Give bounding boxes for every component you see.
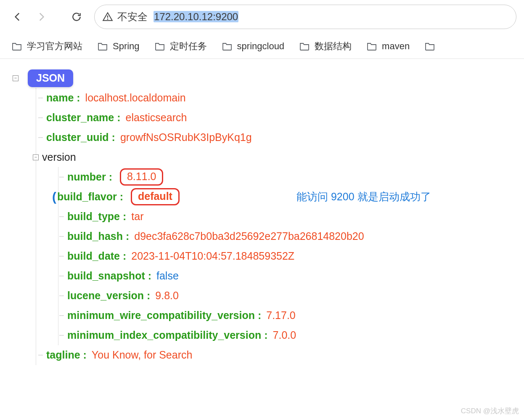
json-badge: JSON <box>28 69 73 87</box>
tree-tick-icon: ┈ <box>55 252 67 261</box>
folder-icon <box>299 42 310 51</box>
svg-point-1 <box>107 19 109 20</box>
json-root-row: − JSON <box>13 68 524 88</box>
json-row-tagline: ┈ tagline You Know, for Search <box>34 345 524 365</box>
folder-icon <box>12 42 22 51</box>
json-value: 8.11.0 <box>127 170 156 183</box>
json-key: build_snapshot <box>67 270 151 282</box>
json-key: build_type <box>67 210 126 223</box>
json-value: d9ec3fa628c7b0ba3d25692e277ba26814820b20 <box>134 230 364 242</box>
reload-button[interactable] <box>66 7 87 27</box>
bookmark-item[interactable]: 定时任务 <box>155 40 207 53</box>
bookmark-item[interactable]: maven <box>367 41 410 52</box>
folder-icon <box>222 42 232 51</box>
bookmark-label: springcloud <box>237 41 285 52</box>
json-viewer: − JSON ┈ name localhost.localdomain ┈ cl… <box>0 59 524 365</box>
bookmark-item[interactable]: springcloud <box>222 41 285 52</box>
json-value: growfNsOSRubK3IpByKq1g <box>120 131 252 144</box>
bookmark-label: Spring <box>113 41 140 52</box>
tree-tick-icon: ┈ <box>55 173 67 182</box>
collapse-icon[interactable]: − <box>13 75 19 81</box>
json-row-version: − version <box>34 147 524 167</box>
bookmark-label: 定时任务 <box>170 40 207 53</box>
collapse-icon[interactable]: − <box>33 154 39 160</box>
json-row-lucene-version: ┈ lucene_version 9.8.0 <box>55 286 524 306</box>
json-object-key: version <box>42 151 76 163</box>
security-label: 不安全 <box>117 10 148 24</box>
back-button[interactable] <box>8 7 28 27</box>
highlight-box: 8.11.0 <box>120 168 164 186</box>
url-text: 172.20.10.12:9200 <box>153 11 238 23</box>
tree-tick-icon: ┈ <box>34 133 46 142</box>
tree-tick-icon: ┈ <box>34 351 46 360</box>
json-key: minimum_index_compatibility_version <box>67 329 268 341</box>
json-row-min-index: ┈ minimum_index_compatibility_version 7.… <box>55 325 524 345</box>
json-value: elasticsearch <box>125 112 187 124</box>
json-value: localhost.localdomain <box>85 92 186 104</box>
json-row-build-snapshot: ┈ build_snapshot false <box>55 266 524 286</box>
json-row-min-wire: ┈ minimum_wire_compatibility_version 7.1… <box>55 306 524 325</box>
not-secure-icon <box>102 11 113 22</box>
json-key: name <box>46 92 80 104</box>
json-value: false <box>156 270 179 282</box>
browser-toolbar: 不安全 172.20.10.12:9200 <box>0 0 524 34</box>
tree-tick-icon: ┈ <box>55 291 67 300</box>
bookmark-label: 数据结构 <box>315 40 352 53</box>
tree-tick-icon: ┈ <box>55 311 67 320</box>
json-row-cluster-name: ┈ cluster_name elasticsearch <box>34 108 524 128</box>
json-key: build_flavor <box>57 191 123 203</box>
json-row-cluster-uuid: ┈ cluster_uuid growfNsOSRubK3IpByKq1g <box>34 128 524 147</box>
folder-icon <box>155 42 165 51</box>
json-row-build-flavor: ( build_flavor default 能访问 9200 就是启动成功了 <box>55 187 524 207</box>
json-key: cluster_name <box>46 112 120 124</box>
forward-button[interactable] <box>31 7 51 27</box>
tree-tick-icon: ┈ <box>34 113 46 122</box>
json-row-number: ┈ number 8.11.0 <box>55 167 524 187</box>
json-value: 7.0.0 <box>273 329 296 341</box>
json-value: You Know, for Search <box>92 349 193 361</box>
json-key: build_date <box>67 250 126 262</box>
bookmark-item[interactable] <box>425 42 440 51</box>
tree-tick-icon: ┈ <box>34 93 46 103</box>
brace-icon: ( <box>52 190 56 204</box>
json-key: lucene_version <box>67 290 150 302</box>
tree-tick-icon: ┈ <box>55 271 67 281</box>
json-key: cluster_uuid <box>46 131 115 144</box>
folder-icon <box>367 42 377 51</box>
tree-tick-icon: ┈ <box>55 212 67 221</box>
annotation-text: 能访问 9200 就是启动成功了 <box>296 190 431 204</box>
json-row-build-hash: ┈ build_hash d9ec3fa628c7b0ba3d25692e277… <box>55 226 524 246</box>
json-value: tar <box>131 210 143 223</box>
json-key: tagline <box>46 349 87 361</box>
folder-icon <box>425 42 435 51</box>
json-key: build_hash <box>67 230 129 242</box>
bookmark-label: 学习官方网站 <box>27 40 82 53</box>
json-key: minimum_wire_compatibility_version <box>67 309 261 322</box>
watermark-text: CSDN @浅水壁虎 <box>461 406 519 416</box>
json-row-name: ┈ name localhost.localdomain <box>34 88 524 108</box>
tree-tick-icon: ┈ <box>55 331 67 340</box>
highlight-box: default <box>131 188 180 205</box>
json-value: 2023-11-04T10:04:57.184859352Z <box>131 250 294 262</box>
address-bar[interactable]: 不安全 172.20.10.12:9200 <box>94 5 516 29</box>
json-value: 7.17.0 <box>266 309 296 322</box>
json-row-build-date: ┈ build_date 2023-11-04T10:04:57.1848593… <box>55 246 524 266</box>
bookmark-item[interactable]: 数据结构 <box>299 40 352 53</box>
tree-tick-icon: ┈ <box>55 232 67 241</box>
json-row-build-type: ┈ build_type tar <box>55 207 524 226</box>
folder-icon <box>98 42 108 51</box>
bookmark-item[interactable]: 学习官方网站 <box>12 40 82 53</box>
bookmark-item[interactable]: Spring <box>98 41 140 52</box>
bookmark-bar: 学习官方网站 Spring 定时任务 springcloud 数据结构 mave… <box>0 34 524 59</box>
json-value: default <box>138 190 172 202</box>
bookmark-label: maven <box>382 41 410 52</box>
json-key: number <box>67 171 112 183</box>
json-value: 9.8.0 <box>155 290 179 302</box>
